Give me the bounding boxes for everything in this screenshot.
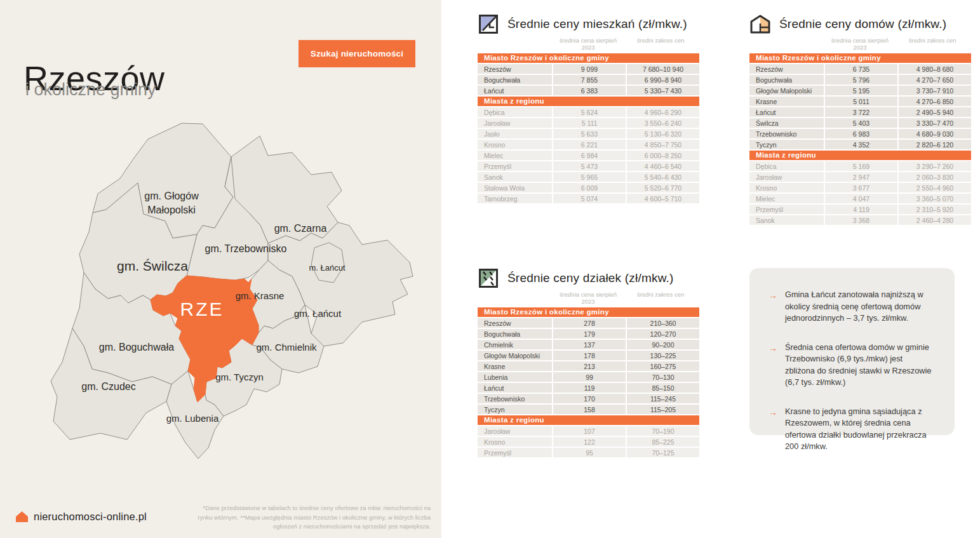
row-price: 6 221: [553, 140, 626, 149]
col-header-price: średnia cena sierpień 2023: [552, 37, 624, 51]
arrow-right-icon: →: [769, 406, 777, 453]
row-price: 99: [553, 372, 626, 382]
row-range: 4 270–6 850: [899, 97, 971, 106]
row-price: 5 111: [553, 118, 626, 128]
row-name: Krasne: [749, 97, 824, 106]
table-section-header: Miasta z regionu: [478, 97, 699, 106]
row-range: 4 460–6 540: [627, 161, 699, 171]
row-price: 2 947: [825, 172, 897, 182]
map-label: gm. Trzebownisko: [205, 243, 287, 254]
table-section-header: Miasta z regionu: [749, 151, 971, 160]
site-logo[interactable]: nieruchomosci-online.pl: [16, 511, 147, 523]
row-range: 4 600–5 710: [627, 194, 699, 203]
row-range: 5 520–6 770: [627, 183, 699, 192]
row-name: Krosno: [478, 140, 552, 149]
row-range: 4 680–9 030: [899, 129, 971, 138]
row-price: 6 983: [825, 129, 897, 138]
row-name: Mielec: [478, 151, 552, 160]
row-name: Boguchwała: [749, 75, 824, 84]
row-price: 6 984: [553, 151, 626, 160]
arrow-right-icon: →: [769, 289, 777, 325]
row-range: 70–130: [627, 372, 699, 382]
row-name: Krosno: [478, 437, 552, 447]
insight-item: → Średnia cena ofertowa domów w gminie T…: [769, 342, 933, 389]
row-name: Dębica: [749, 161, 824, 171]
row-range: 7 680–10 940: [627, 64, 699, 74]
row-range: 2 820–6 120: [899, 140, 971, 149]
search-properties-button[interactable]: Szukaj nieruchomości: [299, 40, 415, 67]
row-name: Jarosław: [478, 118, 552, 128]
row-price: 178: [553, 351, 626, 360]
row-range: 2 550–4 960: [899, 183, 971, 192]
row-range: 160–275: [627, 361, 699, 371]
insight-item: → Krasne to jedyna gmina sąsiadująca z R…: [769, 406, 933, 453]
table-section-header: Miasto Rzeszów i okoliczne gminy: [749, 53, 971, 63]
table-title: Średnie ceny działek (zł/mkw.): [507, 271, 674, 285]
row-range: 115–245: [627, 394, 699, 403]
row-price: 9 099: [553, 64, 626, 74]
row-price: 179: [553, 329, 626, 339]
left-panel: Rzeszów i okoliczne gminy Szukaj nieruch…: [0, 0, 441, 538]
row-price: 5 633: [553, 129, 626, 138]
row-name: Głogów Małopolski: [749, 86, 824, 95]
row-price: 6 735: [825, 64, 897, 74]
row-price: 122: [553, 437, 626, 447]
row-range: 3 550–6 240: [627, 118, 699, 128]
map-label: gm. Czudec: [81, 381, 135, 392]
row-range: 4 980–8 680: [899, 64, 971, 74]
row-price: 3 677: [825, 183, 897, 192]
row-name: Boguchwała: [478, 75, 552, 84]
row-range: 210–360: [627, 318, 699, 328]
map-label: gm. Łańcut: [294, 308, 342, 319]
row-price: 213: [553, 361, 626, 371]
row-range: 5 330–7 430: [627, 86, 699, 95]
row-name: Jarosław: [478, 426, 552, 436]
row-price: 170: [553, 394, 626, 403]
row-range: 3 330–7 470: [899, 118, 971, 128]
row-range: 4 850–7 750: [627, 140, 699, 149]
table-plots-header: Średnie ceny działek (zł/mkw.): [478, 266, 697, 290]
col-header-range: średni zakres cen: [896, 37, 969, 51]
map-label: gm. Czarna: [274, 223, 327, 234]
insight-text: Krasne to jedyna gmina sąsiadująca z Rze…: [785, 406, 933, 453]
row-price: 4 352: [825, 140, 897, 149]
row-name: Mielec: [749, 194, 824, 203]
row-price: 278: [553, 318, 626, 328]
row-range: 3 730–7 910: [899, 86, 971, 95]
row-name: Boguchwała: [478, 329, 552, 339]
row-range: 130–225: [627, 351, 699, 360]
row-range: 85–225: [627, 437, 699, 447]
map-label: gm. Boguchwała: [99, 342, 174, 353]
row-range: 85–150: [627, 383, 699, 393]
table-section-header: Miasto Rzeszów i okoliczne gminy: [478, 53, 699, 63]
arrow-right-icon: →: [769, 342, 777, 389]
row-name: Chmielnik: [478, 340, 552, 349]
row-range: 70–125: [627, 448, 699, 457]
row-range: 90–200: [627, 340, 699, 349]
map-label: m. Łańcut: [309, 263, 345, 272]
map-label: RZE: [180, 299, 224, 319]
row-name: Przemyśl: [478, 448, 552, 457]
insights-box: → Gmina Łańcut zanotowała najniższą w ok…: [749, 268, 955, 435]
row-name: Świlcza: [749, 118, 824, 128]
table-grid: Miasto Rzeszów i okoliczne gminyRzeszów6…: [749, 53, 969, 225]
map-label: gm. Chmielnik: [256, 342, 317, 353]
row-range: 5 540–6 430: [627, 172, 699, 182]
row-price: 5 796: [825, 75, 897, 84]
logo-text: nieruchomosci-online.pl: [34, 511, 147, 523]
page-subtitle: i okoliczne gminy: [25, 80, 156, 100]
row-name: Jasło: [478, 129, 552, 138]
row-price: 107: [553, 426, 626, 436]
row-price: 3 368: [825, 215, 897, 225]
row-name: Trzebownisko: [749, 129, 824, 138]
table-houses: Średnie ceny domów (zł/mkw.) średnia cen…: [749, 12, 969, 225]
col-header-range: średni zakres cen: [624, 291, 697, 305]
right-panel: Średnie ceny mieszkań (zł/mkw.) średnia …: [441, 0, 980, 538]
row-price: 5 965: [553, 172, 626, 182]
table-plots: Średnie ceny działek (zł/mkw.) średnia c…: [478, 266, 697, 457]
col-header-range: średni zakres cen: [624, 37, 697, 51]
table-grid: Miasto Rzeszów i okoliczne gminyRzeszów9…: [478, 53, 697, 203]
row-range: 3 360–5 070: [899, 194, 971, 203]
row-name: Sanok: [478, 172, 552, 182]
row-range: 2 310–5 920: [899, 205, 971, 214]
